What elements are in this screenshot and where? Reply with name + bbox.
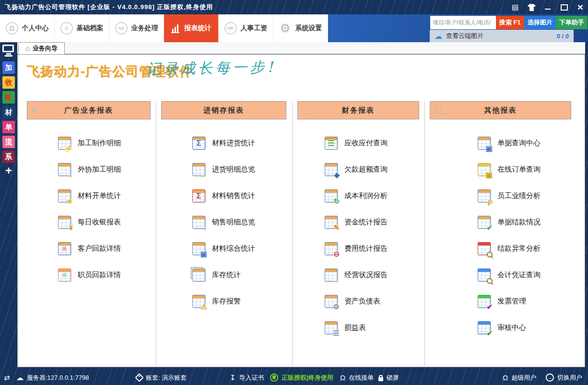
report-item[interactable]: →经营状况报告 (297, 262, 419, 288)
report-item[interactable]: ◆欠款超额查询 (297, 156, 419, 183)
report-item[interactable]: ✎资金统计报告 (297, 209, 419, 235)
titlebar: 飞扬动力广告公司管理软件 [企业版 - V4.0.0.998] 正版授权,终身使… (0, 0, 588, 14)
maximize-icon[interactable] (559, 2, 569, 12)
nav-tab-report-stats[interactable]: 报表统计 (164, 14, 219, 42)
report-item-label: 进货明细总览 (212, 165, 255, 174)
report-item[interactable]: ▣在线订单查询 (430, 156, 571, 183)
skin-theme-icon[interactable] (527, 2, 536, 12)
report-item-label: 成本利润分析 (344, 191, 388, 200)
current-user[interactable]: Ω 超级用户 (503, 370, 536, 385)
report-item[interactable]: ⊖费用统计报告 (297, 235, 419, 262)
table-minus-icon: ⊖ (325, 242, 338, 255)
report-item[interactable]: ▣材料综合统计 (161, 235, 286, 262)
cloud-server-icon: ☁ (16, 374, 24, 381)
nav-tabs: Ω个人中心≡基础档案AD业务处理报表统计HR人事工资⚙系统设置 (0, 14, 328, 42)
report-item[interactable]: ←进货明细总览 (161, 156, 286, 183)
sidebar-item-order[interactable]: 单 (2, 121, 15, 133)
magnifier-icon (435, 107, 442, 114)
report-item[interactable]: Σ材料进货统计 (161, 130, 286, 156)
report-item[interactable]: ⚙资产负债表 (297, 288, 419, 315)
sidebar-item-monitor[interactable] (2, 45, 15, 59)
report-item[interactable]: ¥每日收银报表 (27, 209, 151, 235)
column-header: 其他报表 (430, 101, 571, 119)
switch-user-button[interactable]: → 切换用户 (546, 370, 582, 385)
report-item[interactable]: →外协加工明细 (27, 156, 151, 183)
table-gear-icon: ⚙ (325, 295, 338, 308)
minimize-icon[interactable] (543, 2, 553, 12)
shield-icon (270, 373, 278, 382)
table-save-yellow-icon: ▣ (478, 163, 491, 176)
sidebar-item-receive[interactable]: 收 (2, 76, 15, 89)
report-item[interactable]: ☰应收应付查询 (297, 130, 419, 156)
nav-tab-personal-center[interactable]: Ω个人中心 (0, 14, 55, 42)
sidebar-item-account[interactable]: 账 (2, 91, 15, 104)
table-pencil-icon: ✎ (325, 216, 338, 229)
report-item-label: 会计凭证查询 (497, 270, 541, 280)
account-label: 账套: 演示账套 (146, 373, 187, 382)
report-item[interactable]: 会计凭证查询 (430, 262, 571, 288)
report-item[interactable]: ℘员工业绩分析 (430, 183, 571, 209)
report-item[interactable]: 库存统计 (161, 262, 286, 288)
pick-image-button[interactable]: 选择图片 (524, 16, 556, 29)
tab-business-wizard[interactable]: ⌂ 业务向导 (18, 42, 65, 54)
report-item-label: 审核中心 (497, 323, 526, 332)
view-cloud-images[interactable]: ☁ 查看云端图片 0 / 0 (430, 30, 574, 42)
clipboard-icon[interactable]: ▤ (510, 2, 520, 12)
sidebar-item-plus[interactable]: + (5, 165, 12, 176)
report-item[interactable]: ↻成本利润分析 (297, 183, 419, 209)
report-item[interactable]: ⚡加工制作明细 (27, 130, 151, 156)
content-panel: 飞扬动力-广告公司管理软件 记录成长每一步! ☛ 广告业务报表 ⚡加工制作明细→… (17, 54, 585, 367)
nav-right-area: 搜索 F1 选择图片 下单助手 ☁ 查看云端图片 0 / 0 (331, 14, 588, 42)
report-item[interactable]: ⚠库存报警 (161, 288, 286, 315)
list-icon: ≡ (60, 22, 73, 35)
report-item[interactable]: ✔审核中心 (430, 315, 571, 341)
nav-tab-system-settings[interactable]: ⚙系统设置 (273, 14, 328, 42)
report-item-label: 加工制作明细 (78, 139, 121, 148)
report-item[interactable]: 结款异常分析 (430, 235, 571, 262)
report-item[interactable]: ☰损益表 (297, 315, 419, 341)
report-item-label: 员工业绩分析 (497, 191, 541, 200)
column-title: 进销存报表 (203, 106, 244, 115)
bar-chart-icon (171, 23, 181, 33)
report-item-label: 损益表 (344, 323, 366, 332)
sidebar-item-material[interactable]: 材 (2, 106, 15, 118)
table-check-pencil-icon: ✔ (478, 216, 491, 229)
sidebar-item-system[interactable]: 系 (2, 151, 15, 163)
report-item[interactable]: ★材料开单统计 (27, 183, 151, 209)
report-item[interactable]: ≡职员回款详情 (27, 262, 151, 288)
table-sigma-blue-icon: Σ (192, 137, 205, 150)
online-order-button[interactable]: Ω 在线接单 (340, 370, 374, 385)
report-item[interactable]: ▣单据查询中心 (430, 130, 571, 156)
license-label: 正版授权|终身使用 (282, 373, 333, 382)
order-helper-button[interactable]: 下单助手 (556, 16, 588, 29)
search-input[interactable] (430, 16, 496, 29)
close-icon[interactable]: × (576, 2, 585, 12)
lock-screen-button[interactable]: 锁屏 (378, 370, 399, 385)
report-item[interactable]: Σ材料销售统计 (161, 183, 286, 209)
report-item[interactable]: ≡客户回款详情 (27, 235, 151, 262)
import-cert-button[interactable]: ↧ 导入证书 (230, 370, 264, 385)
nav-tab-label: 个人中心 (22, 24, 49, 33)
sidebar-item-add[interactable]: 加 (2, 61, 15, 74)
column-separator (424, 101, 425, 366)
search-button[interactable]: 搜索 F1 (496, 16, 524, 29)
license-status: 正版授权|终身使用 (270, 370, 333, 385)
statusbar: ⇄ ☁ 服务器:127.0.0.1:7798 账套: 演示账套 ↧ 导入证书 正… (0, 370, 588, 385)
nav-tab-basic-archives[interactable]: ≡基础档案 (55, 14, 109, 42)
sidebar-item-flow[interactable]: 流 (2, 136, 15, 148)
sync-toggle[interactable]: ⇄ (4, 370, 10, 385)
report-item-label: 库存报警 (212, 297, 241, 306)
server-label: 服务器:127.0.0.1:7798 (27, 373, 89, 382)
report-item[interactable]: ✔单据结款情况 (430, 209, 571, 235)
report-item-label: 结款异常分析 (497, 244, 541, 253)
table-coins-icon: ¥ (58, 216, 71, 229)
nav-tab-hr-payroll[interactable]: HR人事工资 (219, 14, 273, 42)
report-item[interactable]: →销售明细总览 (161, 209, 286, 235)
window-controls: ▤ × (510, 0, 585, 14)
window-title: 飞扬动力广告公司管理软件 [企业版 - V4.0.0.998] 正版授权,终身使… (5, 3, 213, 12)
report-item[interactable]: ✔发票管理 (430, 288, 571, 315)
column-ad-business-reports: ☛ 广告业务报表 ⚡加工制作明细→外协加工明细★材料开单统计¥每日收银报表≡客户… (27, 101, 151, 288)
nav-tab-business-process[interactable]: AD业务处理 (109, 14, 164, 42)
table-colored-rows-icon: ☰ (325, 137, 338, 150)
column-separator (156, 101, 156, 366)
